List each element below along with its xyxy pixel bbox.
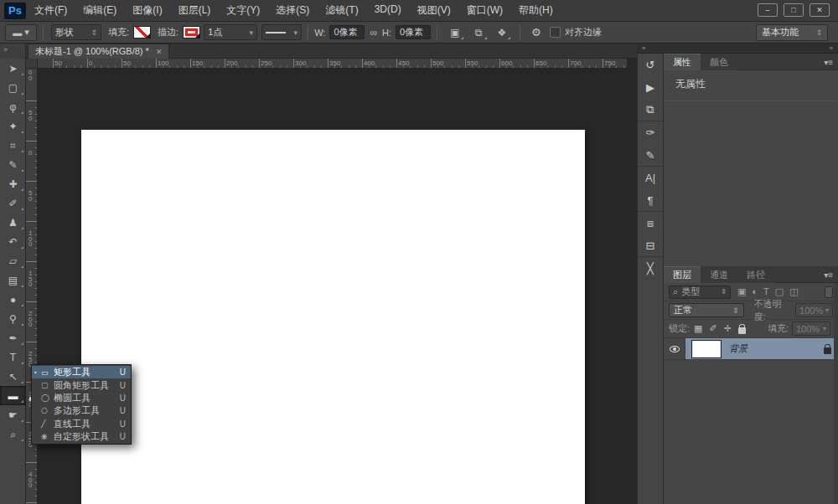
custom-shape-tool-item[interactable]: ▪ ❋ 自定形状工具 U (32, 430, 131, 443)
fill-color-swatch[interactable] (133, 26, 151, 39)
marquee-tool[interactable]: ▢ (0, 78, 26, 97)
crop-tool[interactable]: ⌗ (0, 136, 26, 155)
menu-item[interactable]: 编辑(E) (83, 3, 116, 18)
paragraph-panel-icon[interactable]: ¶ (638, 189, 663, 212)
tab-color[interactable]: 颜色 (701, 54, 737, 70)
filter-shape-layers-icon[interactable]: ▢ (775, 286, 784, 297)
filter-kind-select[interactable]: ⌕ 类型 ⇕ (669, 285, 731, 299)
hand-tool[interactable]: ☛ (0, 405, 26, 424)
document-canvas[interactable] (81, 130, 585, 504)
lock-position-icon[interactable]: ✛ (724, 323, 732, 334)
clone-stamp-tool[interactable]: ♟ (0, 213, 26, 232)
actions-panel-icon[interactable]: ▶ (638, 76, 663, 99)
history-panel-icon[interactable]: ↺ (638, 54, 663, 76)
move-tool[interactable]: ➤ (0, 59, 26, 78)
path-arrange-icon[interactable]: ❖ (494, 25, 510, 40)
toolbar-collapse-header[interactable]: » (0, 44, 26, 59)
magic-wand-tool[interactable]: ✦ (0, 116, 26, 136)
stroke-color-swatch[interactable] (183, 26, 200, 39)
panel-menu-icon[interactable]: ▾≡ (824, 266, 833, 283)
healing-brush-tool[interactable]: ✚ (0, 174, 26, 193)
opacity-select[interactable]: 100% ▾ (795, 303, 833, 317)
filter-type-layers-icon[interactable]: T (763, 286, 769, 297)
path-operations-icon[interactable]: ▣ (447, 25, 463, 40)
panel-scrollbar[interactable] (834, 283, 838, 504)
history-brush-tool[interactable]: ↶ (0, 232, 26, 251)
tab-channels[interactable]: 通道 (701, 266, 737, 283)
brush-tool[interactable]: ✐ (0, 193, 26, 213)
measure-panel-icon[interactable]: ╳ (638, 257, 663, 280)
tool-icon: ⌕ (10, 429, 16, 440)
stroke-width-select[interactable]: 1点 ▾ (204, 24, 257, 40)
gear-icon[interactable]: ⚙ (528, 25, 545, 40)
collapse-dock-icon[interactable]: « (642, 44, 645, 52)
link-dimensions-icon[interactable]: ∞ (370, 27, 377, 39)
menu-item[interactable]: 帮助(H) (519, 3, 553, 18)
stroke-type-select[interactable]: ▾ (261, 24, 302, 40)
lock-all-icon[interactable] (738, 327, 746, 334)
collapse-panels-icon[interactable]: » (830, 44, 833, 52)
minimize-button[interactable]: – (758, 3, 778, 17)
rounded-rectangle-tool-item[interactable]: ▪ ▢ 圆角矩形工具 U (32, 378, 131, 391)
rectangle-tool[interactable]: ▬ (0, 386, 26, 405)
document-tab[interactable]: 未标题-1 @ 100%(RGB/8) * ✕ (28, 44, 169, 59)
filter-toggle-switch[interactable] (825, 286, 833, 298)
properties-panel-tabs: 属性 颜色 ▾≡ (664, 54, 838, 70)
menu-item[interactable]: 图层(L) (178, 3, 211, 18)
blur-tool[interactable]: ● (0, 290, 26, 309)
tab-paths[interactable]: 路径 (737, 266, 774, 283)
height-input[interactable]: 0像素 (396, 25, 431, 39)
close-tab-icon[interactable]: ✕ (156, 48, 163, 56)
layer-selected-area[interactable]: 背景 (685, 338, 838, 359)
layer-thumbnail[interactable] (692, 341, 721, 357)
panel-menu-icon[interactable]: ▾≡ (824, 54, 833, 70)
gradient-tool[interactable]: ▤ (0, 270, 26, 290)
character-panel-icon[interactable]: A| (638, 167, 663, 189)
notes-panel-icon[interactable]: ⊟ (638, 234, 663, 257)
menu-item[interactable]: 窗口(W) (467, 3, 503, 18)
brush-panel-icon[interactable]: ✎ (638, 144, 663, 167)
eraser-tool[interactable]: ▱ (0, 251, 26, 270)
menu-item[interactable]: 文字(Y) (226, 3, 260, 18)
align-edges-checkbox[interactable] (550, 27, 561, 38)
workspace-switcher[interactable]: 基本功能 ⇕ (756, 24, 828, 41)
polygon-tool-item[interactable]: ▪ ⎔ 多边形工具 U (32, 404, 131, 417)
width-input[interactable]: 0像素 (329, 25, 365, 39)
menu-item[interactable]: 滤镜(T) (325, 3, 358, 18)
ellipse-tool-item[interactable]: ▪ ◯ 椭圆工具 U (32, 392, 131, 404)
line-tool-item[interactable]: ▪ ╱ 直线工具 U (32, 418, 131, 430)
layer-comps-panel-icon[interactable]: ⧈ (638, 212, 663, 234)
tab-layers[interactable]: 图层 (664, 266, 701, 283)
path-alignment-icon[interactable]: ⧉ (470, 25, 487, 40)
fill-opacity-select[interactable]: 100% ▾ (792, 321, 830, 336)
visibility-cell[interactable] (664, 338, 685, 359)
layer-row[interactable]: 背景 (664, 338, 838, 360)
tool-mode-select[interactable]: 形状 ⇕ (51, 24, 101, 40)
menu-item[interactable]: 图像(I) (132, 3, 162, 18)
menu-item[interactable]: 文件(F) (34, 3, 67, 18)
dodge-tool[interactable]: ⚲ (0, 309, 26, 328)
menu-item[interactable]: 视图(V) (417, 3, 451, 18)
shape-tool-icon: ⎔ (41, 407, 54, 415)
lock-transparency-icon[interactable]: ▦ (694, 323, 702, 334)
blend-mode-select[interactable]: 正常 ⇕ (669, 303, 744, 317)
zoom-tool[interactable]: ⌕ (0, 424, 26, 444)
type-tool[interactable]: T (0, 347, 26, 367)
styles-panel-icon[interactable]: ⧉ (638, 99, 663, 121)
menu-item[interactable]: 选择(S) (276, 3, 309, 18)
rectangle-tool-item[interactable]: ▪ ▭ 矩形工具 U (32, 366, 131, 378)
eyedropper-tool[interactable]: ✎ (0, 155, 26, 174)
filter-smart-objects-icon[interactable]: ◫ (789, 286, 798, 297)
brush-presets-panel-icon[interactable]: ✑ (638, 121, 663, 144)
filter-pixel-layers-icon[interactable]: ▣ (737, 286, 746, 297)
tool-preset-picker[interactable]: ▬ ▾ (5, 24, 37, 41)
path-selection-tool[interactable]: ↖ (0, 367, 26, 386)
tab-properties[interactable]: 属性 (664, 54, 701, 70)
maximize-button[interactable]: □ (784, 3, 804, 17)
menu-item[interactable]: 3D(D) (375, 3, 401, 18)
lasso-tool[interactable]: φ (0, 97, 26, 116)
filter-adjustment-layers-icon[interactable]: ◐ (752, 286, 758, 297)
close-button[interactable]: ✕ (810, 3, 830, 17)
pen-tool[interactable]: ✒ (0, 328, 26, 347)
lock-pixels-icon[interactable]: ✐ (709, 323, 716, 334)
